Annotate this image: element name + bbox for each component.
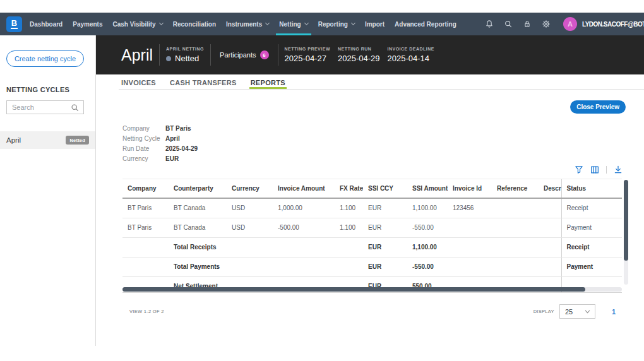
column-header-company[interactable]: Company [122, 179, 169, 198]
grid-footer: VIEW 1-2 OF 2 DISPLAY 25 1 [122, 293, 622, 319]
page-size-value: 25 [560, 308, 585, 316]
chevron-down-icon [304, 21, 309, 25]
cell: BT Paris [122, 218, 169, 237]
filter-icon[interactable] [575, 165, 583, 174]
column-header-invoice-id[interactable]: Invoice Id [448, 179, 492, 198]
column-header-descr[interactable]: Descr [540, 179, 561, 198]
avatar[interactable]: A [563, 17, 577, 31]
cell [273, 257, 335, 276]
page-number[interactable]: 1 [612, 308, 616, 316]
cell: 1,100.00 [407, 237, 448, 257]
cell: Receipt [561, 237, 622, 257]
total-row[interactable]: Total ReceiptsEUR1,100.00Receipt [122, 237, 622, 257]
download-icon[interactable] [614, 165, 623, 174]
cell: EUR [363, 237, 407, 257]
search-input[interactable] [7, 104, 71, 111]
nav-item-reconciliation[interactable]: Reconciliation [168, 13, 221, 35]
nav-item-reporting[interactable]: Reporting [313, 13, 360, 35]
cell [122, 237, 169, 257]
table-row[interactable]: BT ParisBT CanadaUSD-500.001.100EUR-550.… [122, 218, 622, 237]
date-label: NETTING PREVIEW [285, 47, 330, 51]
participants-count-badge: 6 [260, 50, 269, 59]
report-table: CompanyCounterpartyCurrencyInvoice Amoun… [122, 179, 622, 293]
column-header-status[interactable]: Status [561, 179, 622, 198]
nav-item-instruments[interactable]: Instruments [221, 13, 274, 35]
participants-label: Participants [220, 51, 256, 59]
detail-label: Netting Cycle [122, 135, 165, 143]
nav-item-import[interactable]: Import [360, 13, 390, 35]
app-logo[interactable]: B [6, 16, 22, 32]
report-content: Close Preview CompanyBT ParisNetting Cyc… [96, 90, 644, 346]
page-size-select[interactable]: 25 [559, 304, 595, 319]
column-header-ssi-amount[interactable]: SSI Amount [407, 179, 448, 198]
header-date-netting-run: NETTING RUN2025-04-29 [338, 47, 380, 63]
cycle-header: April APRIL NETTING Netted Participants … [96, 35, 644, 74]
sidebar: Create netting cycle NETTING CYCLES Apri… [0, 35, 96, 346]
date-value: 2025-04-27 [285, 54, 330, 63]
tab-bar: INVOICESCASH TRANSFERSREPORTS [119, 74, 644, 90]
vertical-scrollbar[interactable] [624, 180, 628, 285]
cell [448, 257, 492, 276]
cell: Total Payments [169, 257, 227, 276]
header-date-invoice-deadline: INVOICE DEADLINE2025-04-14 [388, 47, 435, 63]
close-preview-button[interactable]: Close Preview [570, 100, 626, 114]
cell [273, 237, 335, 257]
cell [540, 198, 561, 218]
column-header-currency[interactable]: Currency [227, 179, 273, 198]
notifications-bell-icon[interactable] [480, 19, 499, 29]
nav-item-advanced-reporting[interactable]: Advanced Reporting [390, 13, 462, 35]
cell [335, 257, 363, 276]
nav-item-label: Import [365, 21, 385, 28]
cell [540, 257, 561, 276]
participants-chip[interactable]: Participants 6 [217, 50, 271, 59]
create-netting-cycle-button[interactable]: Create netting cycle [6, 50, 84, 67]
horizontal-scrollbar-thumb[interactable] [122, 287, 585, 292]
column-header-invoice-amount[interactable]: Invoice Amount [273, 179, 335, 198]
netting-cycle-list-item[interactable]: AprilNetted [0, 131, 95, 149]
total-row[interactable]: Total PaymentsEUR-550.00Payment [122, 257, 622, 276]
nav-item-dashboard[interactable]: Dashboard [25, 13, 68, 35]
cell: EUR [363, 198, 407, 218]
nav-item-payments[interactable]: Payments [68, 13, 107, 35]
tab-invoices[interactable]: INVOICES [121, 74, 156, 89]
cell: USD [227, 198, 273, 218]
gear-icon[interactable] [537, 19, 556, 29]
nav-item-netting[interactable]: Netting [274, 13, 313, 35]
main-panel: April APRIL NETTING Netted Participants … [96, 35, 644, 346]
vertical-scrollbar-thumb[interactable] [624, 180, 628, 261]
cycle-status-label: APRIL NETTING [166, 47, 204, 51]
chevron-down-icon [159, 21, 164, 25]
cell: BT Canada [169, 218, 227, 237]
cell [492, 257, 540, 276]
tab-cash-transfers[interactable]: CASH TRANSFERS [170, 74, 237, 89]
table-row[interactable]: BT ParisBT CanadaUSD1,000.001.100EUR1,10… [122, 198, 622, 218]
cell [227, 257, 273, 276]
cell [492, 237, 540, 257]
detail-row: Netting CycleApril [122, 135, 644, 143]
search-icon[interactable] [499, 19, 518, 29]
detail-label: Run Date [122, 145, 165, 153]
report-table-zone: CompanyCounterpartyCurrencyInvoice Amoun… [122, 179, 631, 293]
cell: EUR [363, 218, 407, 237]
user-email[interactable]: LYDON.SACOFF@BOT [582, 21, 644, 28]
nav-item-cash-visibility[interactable]: Cash Visibility [107, 13, 167, 35]
cycle-search-box [6, 100, 84, 114]
nav-item-label: Payments [73, 21, 102, 28]
detail-row: CompanyBT Paris [122, 125, 644, 133]
column-header-fx-rate[interactable]: FX Rate [335, 179, 363, 198]
column-header-counterparty[interactable]: Counterparty [169, 179, 227, 198]
nav-item-label: Cash Visibility [112, 21, 155, 28]
tab-reports[interactable]: REPORTS [251, 74, 285, 89]
divider [210, 44, 211, 66]
columns-icon[interactable] [590, 165, 599, 174]
lock-icon[interactable] [518, 19, 537, 29]
nav-item-label: Netting [279, 21, 301, 28]
horizontal-scrollbar[interactable] [122, 287, 622, 292]
cell [122, 257, 169, 276]
chevron-down-icon [265, 21, 270, 25]
column-header-ssi-ccy[interactable]: SSI CCY [363, 179, 407, 198]
column-header-reference[interactable]: Reference [492, 179, 540, 198]
cell [448, 237, 492, 257]
status-dot [166, 56, 171, 61]
cell [492, 198, 540, 218]
